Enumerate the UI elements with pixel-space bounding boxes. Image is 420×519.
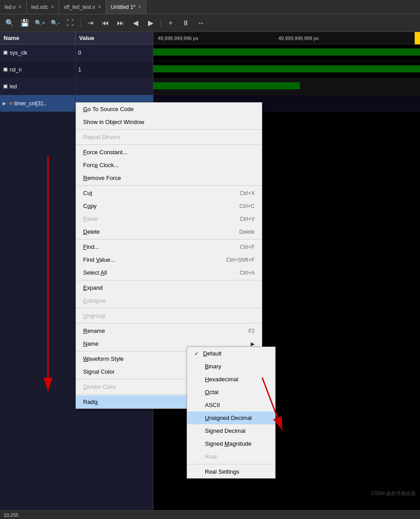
pause-button[interactable]: ⏸ bbox=[180, 17, 192, 29]
tab-untitled-1[interactable]: Untitled 1* ✕ bbox=[106, 0, 146, 14]
toolbar-sep-1 bbox=[80, 19, 80, 28]
menu-expand[interactable]: Expand bbox=[76, 281, 262, 294]
menu-paste[interactable]: Paste Ctrl+V bbox=[76, 212, 262, 225]
tab-close-led-xdc[interactable]: ✕ bbox=[51, 4, 54, 9]
menu-goto-source[interactable]: Go To Source Code bbox=[76, 103, 262, 116]
tab-led-v[interactable]: led.v ✕ bbox=[0, 0, 27, 14]
signal-row-sysclk[interactable]: 🔲 sys_clk 0 bbox=[0, 44, 153, 61]
radix-hexadecimal-label: Hexadecimal bbox=[205, 376, 238, 383]
menu-collapse[interactable]: Collapse bbox=[76, 294, 262, 307]
menu-ungroup[interactable]: Ungroup bbox=[76, 309, 262, 322]
waveform-row-rstn bbox=[153, 61, 420, 78]
yellow-marker bbox=[415, 32, 420, 44]
menu-sep-7 bbox=[76, 323, 262, 323]
menu-find-value-label: Find Value... bbox=[83, 256, 115, 263]
menu-sep-3 bbox=[76, 185, 262, 186]
menu-rename-label: Rename bbox=[83, 327, 105, 334]
watermark: CSDN @岁月指尖流 bbox=[371, 490, 416, 497]
menu-remove-force[interactable]: Remove Force bbox=[76, 172, 262, 184]
menu-delete-label: Delete bbox=[83, 228, 100, 235]
skip-back-button[interactable]: ⏮ bbox=[99, 17, 112, 29]
menu-show-object[interactable]: Show in Object Window bbox=[76, 116, 262, 128]
signal-icon-timer: ⊕ bbox=[9, 101, 12, 106]
menu-report-drivers[interactable]: Report Drivers bbox=[76, 131, 262, 144]
menu-force-clock[interactable]: Force Clock... bbox=[76, 159, 262, 172]
menu-waveform-style-label: Waveform Style bbox=[83, 355, 124, 362]
tab-close-untitled[interactable]: ✕ bbox=[138, 4, 141, 9]
menu-sep-5 bbox=[76, 280, 262, 280]
signal-icon-rstn: 🔲 bbox=[3, 67, 8, 72]
signal-name-timer: ▶ ⊕ timer_cnt[31.. bbox=[0, 95, 76, 112]
radix-submenu: Default Binary Hexadecimal Octal ASCII U… bbox=[187, 347, 276, 479]
menu-select-all[interactable]: Select All Ctrl+A bbox=[76, 266, 262, 279]
radix-binary-label: Binary bbox=[205, 363, 221, 370]
signal-row-led[interactable]: 🔲 led bbox=[0, 78, 153, 95]
menu-force-clock-label: Force Clock... bbox=[83, 162, 119, 168]
menu-find-value[interactable]: Find Value... Ctrl+Shift+F bbox=[76, 253, 262, 266]
tab-bar: led.v ✕ led.xdc ✕ vtf_led_test.v ✕ Untit… bbox=[0, 0, 420, 14]
menu-delete[interactable]: Delete Delete bbox=[76, 225, 262, 238]
menu-goto-source-label: Go To Source Code bbox=[83, 106, 134, 112]
menu-rename[interactable]: Rename F2 bbox=[76, 324, 262, 337]
indent-button[interactable]: ⇥ bbox=[84, 17, 96, 29]
signal-name-rstn: 🔲 rst_n bbox=[0, 61, 76, 78]
menu-select-all-label: Select All bbox=[83, 269, 107, 276]
signal-icon-sysclk: 🔲 bbox=[3, 50, 8, 55]
tab-close-led-v[interactable]: ✕ bbox=[18, 4, 22, 9]
radix-unsigned-decimal[interactable]: Unsigned Decimal bbox=[187, 411, 275, 424]
radix-default[interactable]: Default bbox=[187, 347, 275, 360]
zoom-out-button[interactable]: 🔍- bbox=[49, 17, 61, 29]
tab-close-vtf[interactable]: ✕ bbox=[98, 4, 101, 9]
step-back-button[interactable]: ◀ bbox=[129, 17, 142, 29]
menu-expand-label: Expand bbox=[83, 284, 103, 291]
menu-collapse-label: Collapse bbox=[83, 297, 106, 304]
radix-hexadecimal[interactable]: Hexadecimal bbox=[187, 373, 275, 386]
tab-led-xdc[interactable]: led.xdc ✕ bbox=[27, 0, 59, 14]
table-header: Name Value bbox=[0, 32, 153, 44]
menu-sep-4 bbox=[76, 239, 262, 240]
waveform-row-led bbox=[153, 78, 420, 95]
fit-button[interactable]: ⛶ bbox=[64, 17, 76, 29]
add-button[interactable]: + bbox=[164, 17, 177, 29]
signal-name-led: 🔲 led bbox=[0, 78, 76, 95]
menu-copy[interactable]: Copy Ctrl+C bbox=[76, 200, 262, 212]
expand-h-button[interactable]: ↔ bbox=[195, 17, 207, 29]
menu-sep-1 bbox=[76, 129, 262, 130]
search-button[interactable]: 🔍 bbox=[4, 17, 16, 29]
expand-arrow-timer[interactable]: ▶ bbox=[3, 101, 6, 106]
radix-real[interactable]: Real bbox=[187, 450, 275, 463]
menu-remove-force-label: Remove Force bbox=[83, 175, 121, 181]
save-button[interactable]: 💾 bbox=[19, 17, 31, 29]
tab-vtf-led-test[interactable]: vtf_led_test.v ✕ bbox=[59, 0, 106, 14]
radix-binary[interactable]: Binary bbox=[187, 360, 275, 373]
radix-sep-1 bbox=[187, 464, 275, 464]
signal-value-sysclk: 0 bbox=[76, 44, 153, 61]
menu-find[interactable]: Find... Ctrl+F bbox=[76, 240, 262, 253]
zoom-in-button[interactable]: 🔍+ bbox=[34, 17, 46, 29]
radix-real-settings-label: Real Settings bbox=[205, 468, 239, 475]
menu-paste-label: Paste bbox=[83, 216, 98, 222]
radix-signed-decimal[interactable]: Signed Decimal bbox=[187, 424, 275, 437]
radix-ascii[interactable]: ASCII bbox=[187, 399, 275, 411]
skip-fwd-button[interactable]: ⏭ bbox=[114, 17, 127, 29]
menu-signal-color-label: Signal Color bbox=[83, 368, 115, 375]
menu-name-arrow: ▶ bbox=[251, 341, 255, 347]
radix-signed-magnitude[interactable]: Signed Magnitude bbox=[187, 437, 275, 450]
menu-cut[interactable]: Cut Ctrl+X bbox=[76, 187, 262, 200]
radix-ascii-label: ASCII bbox=[205, 402, 220, 408]
waveform-header: 49,999,999,996 ps 49,999,999,998 ps bbox=[153, 32, 420, 44]
step-fwd-button[interactable]: ▶ bbox=[144, 17, 157, 29]
waveform-row-sysclk bbox=[153, 44, 420, 61]
menu-force-constant-label: Force Constant... bbox=[83, 149, 128, 156]
signal-row-rstn[interactable]: 🔲 rst_n 1 bbox=[0, 61, 153, 78]
menu-sep-2 bbox=[76, 144, 262, 145]
radix-real-settings[interactable]: Real Settings bbox=[187, 465, 275, 478]
radix-octal[interactable]: Octal bbox=[187, 386, 275, 399]
menu-force-constant[interactable]: Force Constant... bbox=[76, 146, 262, 159]
radix-default-label: Default bbox=[203, 350, 221, 357]
menu-report-drivers-label: Report Drivers bbox=[83, 134, 120, 140]
radix-signed-magnitude-label: Signed Magnitude bbox=[205, 440, 252, 447]
radix-unsigned-decimal-label: Unsigned Decimal bbox=[205, 415, 252, 421]
menu-sep-6 bbox=[76, 308, 262, 308]
menu-find-label: Find... bbox=[83, 244, 99, 250]
